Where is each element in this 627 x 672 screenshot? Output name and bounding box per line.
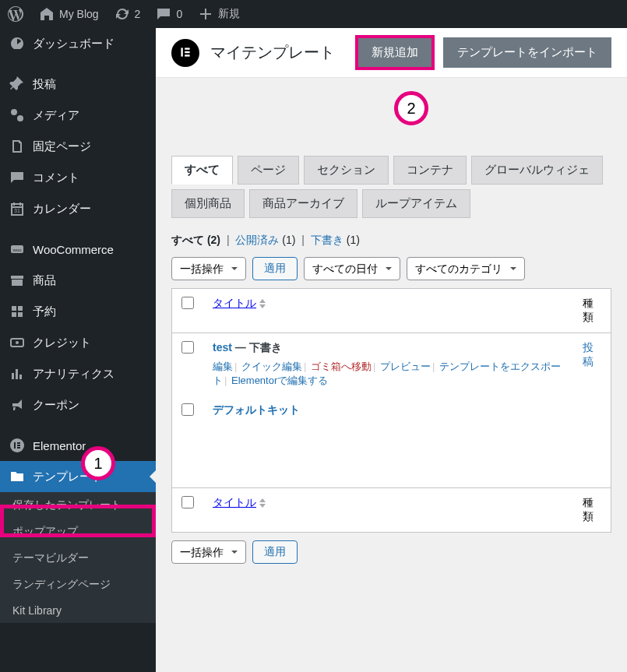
row-actions: 編集| クイック編集| ゴミ箱へ移動| プレビュー| テンプレートをエクスポート… (213, 360, 564, 388)
menu-label: クレジット (33, 336, 91, 350)
calendar-icon: 31 (9, 201, 25, 216)
sort-icon (259, 498, 266, 508)
filter-all[interactable]: すべて (2) (171, 234, 220, 246)
filter-tab-container[interactable]: コンテナ (393, 156, 467, 185)
row-checkbox[interactable] (181, 403, 194, 416)
woo-icon: woo (9, 241, 25, 257)
action-preview[interactable]: プレビュー (380, 361, 431, 372)
filter-tab-page[interactable]: ページ (238, 156, 299, 185)
annotation-badge-2: 2 (394, 91, 428, 125)
menu-elementor[interactable]: Elementor (0, 430, 156, 461)
menu-bookings[interactable]: 予約 (0, 296, 156, 327)
svg-point-6 (16, 341, 19, 344)
menu-media[interactable]: メディア (0, 100, 156, 131)
updates-link[interactable]: 2 (107, 6, 149, 22)
comment-icon (9, 170, 25, 185)
submenu-popup[interactable]: ポップアップ (0, 519, 156, 545)
svg-rect-10 (17, 445, 20, 446)
bulk-action-select[interactable]: 一括操作 (171, 257, 246, 280)
chart-icon (9, 366, 25, 382)
submenu-kit-library[interactable]: Kit Library (0, 598, 156, 623)
menu-dashboard[interactable]: ダッシュボード (0, 28, 156, 59)
comment-icon (156, 6, 171, 22)
folder-icon (9, 469, 25, 484)
svg-text:31: 31 (14, 208, 20, 213)
action-quick-edit[interactable]: クイック編集 (241, 361, 302, 372)
column-title[interactable]: タイトル (203, 289, 573, 333)
svg-rect-8 (14, 442, 16, 449)
filter-draft[interactable]: 下書き (311, 234, 343, 246)
menu-coupons[interactable]: クーポン (0, 389, 156, 420)
select-all-checkbox[interactable] (181, 297, 194, 309)
filter-tab-global-widget[interactable]: グローバルウィジェ (471, 156, 603, 185)
annotation-badge-1: 1 (81, 446, 115, 480)
menu-label: メディア (33, 108, 79, 123)
site-name: My Blog (59, 8, 99, 20)
wordpress-icon (8, 6, 23, 22)
import-button[interactable]: テンプレートをインポート (443, 37, 611, 68)
wp-logo[interactable] (0, 6, 31, 22)
column-type: 種類 (573, 289, 611, 333)
dashboard-icon (9, 36, 25, 51)
menu-calendar[interactable]: 31 カレンダー (0, 193, 156, 224)
row-type-link[interactable]: 投稿 (583, 341, 594, 368)
submenu-saved-templates[interactable]: 保存したテンプレート (0, 492, 156, 519)
filter-tab-all[interactable]: すべて (171, 156, 233, 185)
grid-icon (9, 304, 25, 319)
tablenav-bottom: 一括操作 適用 (171, 540, 611, 564)
menu-comments[interactable]: コメント (0, 162, 156, 193)
column-type-footer: 種類 (573, 488, 611, 533)
submenu-templates: 保存したテンプレート ポップアップ テーマビルダー ランディングページ Kit … (0, 492, 156, 623)
table-row: デフォルトキット (172, 396, 611, 488)
comments-link[interactable]: 0 (148, 6, 190, 22)
menu-label: WooCommerce (33, 243, 114, 256)
filter-tab-single-product[interactable]: 個別商品 (171, 189, 245, 218)
svg-point-1 (17, 115, 23, 121)
menu-label: 商品 (33, 273, 56, 288)
row-title-link[interactable]: test (213, 341, 232, 354)
menu-credits[interactable]: クレジット (0, 327, 156, 358)
menu-pages[interactable]: 固定ページ (0, 131, 156, 162)
row-title-link[interactable]: デフォルトキット (213, 403, 300, 416)
svg-rect-14 (185, 51, 189, 52)
admin-sidebar: ダッシュボード 投稿 メディア 固定ページ コメント 31 カレンダー woo … (0, 28, 156, 672)
menu-label: アナリティクス (33, 367, 114, 382)
svg-rect-9 (17, 442, 20, 444)
filter-published[interactable]: 公開済み (235, 234, 279, 246)
category-filter-select[interactable]: すべてのカテゴリ (407, 257, 525, 280)
apply-button-bottom[interactable]: 適用 (252, 540, 298, 564)
menu-woocommerce[interactable]: woo WooCommerce (0, 234, 156, 265)
menu-label: クーポン (33, 398, 79, 413)
action-edit[interactable]: 編集 (213, 361, 233, 372)
filter-tab-loop-item[interactable]: ループアイテム (362, 189, 470, 218)
money-icon (9, 335, 25, 350)
status-filter: すべて (2) | 公開済み (1) | 下書き (1) (171, 234, 611, 248)
apply-button[interactable]: 適用 (252, 257, 298, 280)
menu-posts[interactable]: 投稿 (0, 69, 156, 100)
submenu-theme-builder[interactable]: テーマビルダー (0, 545, 156, 572)
site-home-link[interactable]: My Blog (31, 6, 107, 22)
menu-analytics[interactable]: アナリティクス (0, 358, 156, 389)
bulk-action-select-bottom[interactable]: 一括操作 (171, 540, 246, 564)
action-edit-elementor[interactable]: Elementorで編集する (231, 375, 328, 386)
row-checkbox[interactable] (181, 341, 194, 354)
svg-rect-12 (181, 47, 182, 56)
date-filter-select[interactable]: すべての日付 (304, 257, 400, 280)
menu-products[interactable]: 商品 (0, 265, 156, 296)
menu-templates[interactable]: テンプレート (0, 461, 156, 492)
submenu-landing-pages[interactable]: ランディングページ (0, 572, 156, 598)
archive-icon (9, 273, 25, 288)
svg-rect-15 (185, 55, 189, 56)
filter-tab-section[interactable]: セクション (304, 156, 389, 185)
new-content-link[interactable]: 新規 (190, 6, 248, 22)
elementor-mark-icon (179, 46, 192, 58)
select-all-checkbox-footer[interactable] (181, 496, 194, 508)
media-icon (9, 107, 25, 123)
filter-tab-product-archive[interactable]: 商品アーカイブ (249, 189, 358, 218)
action-trash[interactable]: ゴミ箱へ移動 (311, 361, 372, 372)
page-title: マイテンプレート (210, 42, 335, 63)
column-title-footer[interactable]: タイトル (203, 488, 573, 533)
post-state: — 下書き (235, 341, 282, 354)
add-new-button[interactable]: 新規追加 (358, 37, 432, 68)
megaphone-icon (9, 397, 25, 413)
